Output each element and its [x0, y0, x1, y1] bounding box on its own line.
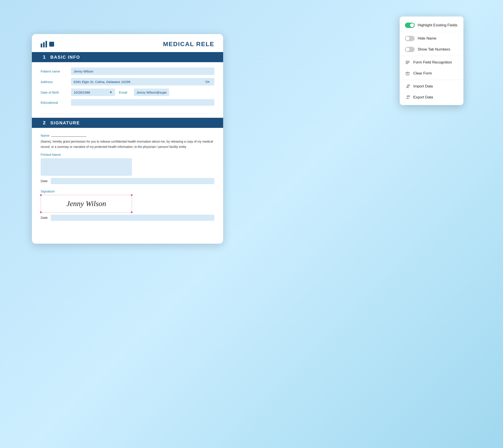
- svg-rect-1: [406, 62, 410, 63]
- show-tab-label: Show Tab Numbers: [418, 47, 450, 52]
- sig-corner-tr: [131, 194, 133, 196]
- import-icon: [405, 84, 410, 89]
- sig-body-text: (Name), hereby grant permission for you …: [41, 139, 214, 150]
- date-input-2[interactable]: [51, 215, 214, 221]
- section-2-title: SIGNATURE: [50, 120, 80, 126]
- export-data-item[interactable]: Export Data: [400, 92, 463, 103]
- sig-name-underline[interactable]: [51, 132, 86, 137]
- email-input[interactable]: Jenny Wilson@supe: [134, 89, 169, 96]
- document-title: MEDICAL RELE: [163, 41, 215, 48]
- show-tab-item[interactable]: Show Tab Numbers: [400, 44, 463, 55]
- export-icon: [405, 95, 410, 100]
- date-label-1: Date: [41, 179, 48, 183]
- basic-info-form: Patient name Jenny Wilson Address 6391 E…: [32, 62, 223, 113]
- sig-corner-tl: [40, 194, 42, 196]
- dob-value: 10/28/1986: [74, 91, 90, 94]
- signature-header: 2 SIGNATURE: [32, 118, 223, 128]
- printed-name-section: Printed Name Date: [41, 153, 214, 184]
- highlight-toggle-thumb: [410, 23, 414, 27]
- doc-top-bar: MEDICAL RELE: [32, 34, 223, 52]
- patient-name-input[interactable]: Jenny Wilson: [71, 67, 214, 75]
- show-tab-toggle-thumb: [406, 48, 410, 51]
- section-divider: [41, 113, 214, 113]
- clear-form-item[interactable]: Clear Form: [400, 68, 463, 79]
- date-row-2: Date: [41, 215, 214, 221]
- doc-logo: [41, 41, 54, 48]
- menu-divider-1: [400, 56, 463, 56]
- signature-area: Name (Name), hereby grant permission for…: [32, 128, 223, 230]
- logo-bar-3: [46, 41, 47, 48]
- form-field-item[interactable]: Form Field Recognition: [400, 57, 463, 68]
- section-1-title: BASIC INFO: [50, 55, 80, 60]
- date-input-1[interactable]: [51, 178, 214, 184]
- section-2-number: 2: [41, 120, 48, 126]
- clear-form-icon: [405, 71, 410, 76]
- form-field-icon: [405, 60, 410, 65]
- export-label: Export Data: [413, 95, 433, 99]
- highlight-label: Highlight Existing Fields: [418, 23, 457, 28]
- date-arrow-icon: ▼: [109, 91, 112, 94]
- address-label: Address: [41, 80, 67, 84]
- section-1-number: 1: [41, 54, 48, 60]
- dob-input[interactable]: 10/28/1986 ▼: [71, 89, 115, 96]
- patient-name-label: Patient name: [41, 69, 67, 73]
- address-input[interactable]: 6391 Elgin St. Celina, Delaware 10299 Ge: [71, 78, 214, 85]
- document-card: MEDICAL RELE 1 BASIC INFO Patient name J…: [32, 34, 223, 244]
- date-row-1: Date: [41, 178, 214, 184]
- clear-form-label: Clear Form: [413, 71, 432, 76]
- sig-name-row: Name (Name), hereby grant permission for…: [41, 132, 214, 150]
- show-tab-toggle[interactable]: [405, 47, 415, 52]
- hide-name-label: Hide Name: [418, 36, 436, 41]
- geo-button[interactable]: Ge: [203, 78, 212, 85]
- educational-input[interactable]: [71, 99, 214, 106]
- hide-name-item[interactable]: Hide Name: [400, 33, 463, 44]
- svg-rect-0: [406, 61, 410, 62]
- dob-email-row: Date of Birth 10/28/1986 ▼ Email Jenny W…: [41, 89, 214, 96]
- svg-rect-3: [406, 73, 409, 75]
- logo-bar-2: [43, 42, 45, 48]
- hide-name-toggle[interactable]: [405, 36, 415, 41]
- email-label: Email: [119, 91, 130, 94]
- highlight-toggle[interactable]: [405, 23, 415, 28]
- popup-menu: Highlight Existing Fields Hide Name Show…: [400, 16, 463, 105]
- patient-name-row: Patient name Jenny Wilson: [41, 67, 214, 75]
- svg-rect-2: [406, 63, 408, 64]
- form-field-label: Form Field Recognition: [413, 60, 452, 64]
- logo-bars: [41, 41, 47, 48]
- educational-label: Educational: [41, 101, 67, 104]
- hide-name-toggle-thumb: [406, 36, 410, 40]
- sig-name-label: Name: [41, 134, 50, 137]
- signature-section: Signature Jenny Wilson Date: [41, 189, 214, 221]
- highlight-fields-item[interactable]: Highlight Existing Fields: [400, 21, 463, 32]
- import-data-item[interactable]: Import Data: [400, 81, 463, 92]
- import-label: Import Data: [413, 84, 433, 89]
- printed-name-input[interactable]: [41, 158, 132, 176]
- sig-corner-bl: [40, 211, 42, 213]
- educational-row: Educational: [41, 99, 214, 106]
- signature-value: Jenny Wilson: [67, 199, 106, 208]
- address-row: Address 6391 Elgin St. Celina, Delaware …: [41, 78, 214, 85]
- signature-label: Signature: [41, 189, 214, 193]
- printed-name-label: Printed Name: [41, 153, 214, 157]
- sig-corner-br: [131, 211, 133, 213]
- basic-info-header: 1 BASIC INFO: [32, 52, 223, 62]
- signature-box[interactable]: Jenny Wilson: [41, 195, 132, 212]
- logo-bar-1: [41, 44, 42, 48]
- address-value: 6391 Elgin St. Celina, Delaware 10299: [74, 80, 201, 84]
- dob-label: Date of Birth: [41, 91, 67, 94]
- menu-divider-2: [400, 80, 463, 80]
- logo-square: [49, 42, 54, 47]
- date-label-2: Date: [41, 216, 48, 220]
